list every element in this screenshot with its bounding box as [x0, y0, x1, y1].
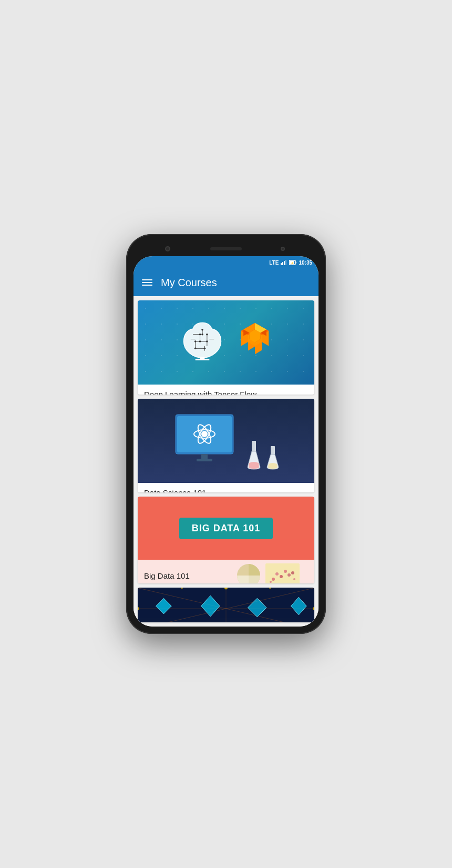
- course-thumbnail-dl: [138, 300, 314, 385]
- hamburger-line-2: [142, 282, 152, 283]
- signal-bars-icon: [281, 260, 287, 265]
- pie-chart-icon: [235, 562, 262, 583]
- time-display: 10:35: [299, 260, 312, 266]
- course-list: Deep Learning with Tensor Flow NEW COURS…: [133, 296, 319, 627]
- svg-rect-3: [285, 260, 286, 265]
- svg-point-25: [204, 348, 206, 350]
- monitor-icon: [173, 412, 241, 470]
- course-card-data-science[interactable]: Data Science 101 NEW COURSE CONTENT: [138, 399, 314, 493]
- page-title: My Courses: [161, 277, 217, 289]
- svg-point-56: [270, 581, 272, 583]
- bigdata-banner: BIG DATA 101: [179, 518, 273, 539]
- svg-point-50: [272, 578, 275, 581]
- svg-rect-2: [284, 261, 285, 265]
- svg-point-23: [194, 340, 197, 342]
- front-camera: [281, 247, 285, 251]
- hamburger-line-3: [142, 285, 152, 286]
- svg-point-26: [201, 334, 203, 336]
- svg-point-57: [293, 578, 295, 580]
- crystal-svg: [138, 588, 314, 622]
- svg-rect-0: [281, 263, 282, 265]
- svg-point-19: [199, 334, 201, 336]
- phone-screen: LTE ⚡ 10:35 My Courses: [133, 256, 319, 627]
- speaker-grille: [210, 247, 242, 250]
- phone-frame: LTE ⚡ 10:35 My Courses: [126, 234, 326, 634]
- svg-point-53: [284, 570, 287, 573]
- svg-point-20: [206, 334, 208, 336]
- tensorflow-icon: [237, 320, 273, 365]
- svg-rect-5: [296, 262, 297, 264]
- svg-text:⚡: ⚡: [291, 261, 294, 265]
- flask-icon-2: [266, 446, 279, 470]
- svg-rect-1: [282, 262, 283, 265]
- brain-icon: [179, 320, 226, 365]
- bigdata-chart-area: Big Data 101: [138, 560, 314, 583]
- status-bar: LTE ⚡ 10:35: [133, 256, 319, 269]
- bigdata-banner-text: BIG DATA 101: [192, 523, 261, 533]
- svg-point-40: [201, 431, 208, 437]
- monitor-container: [173, 412, 279, 470]
- course-thumbnail-ds: [138, 399, 314, 483]
- course-card-big-data[interactable]: BIG DATA 101 Big Data 101: [138, 497, 314, 583]
- svg-rect-46: [252, 441, 256, 451]
- course-title-dl: Deep Learning with Tensor Flow: [144, 390, 308, 395]
- flask-icon-1: [246, 441, 261, 470]
- course-thumbnail-bd: BIG DATA 101: [138, 497, 314, 560]
- svg-rect-45: [197, 459, 212, 461]
- crystal-pattern: [138, 588, 314, 622]
- scatter-chart-icon: [265, 563, 300, 583]
- svg-point-54: [287, 573, 291, 577]
- course-info-ds: Data Science 101: [138, 483, 314, 493]
- camera-dot: [165, 246, 170, 251]
- course-thumbnail-quantum: [138, 588, 314, 622]
- svg-point-22: [206, 340, 208, 342]
- course-card-deep-learning[interactable]: Deep Learning with Tensor Flow NEW COURS…: [138, 300, 314, 395]
- svg-point-24: [194, 348, 197, 350]
- svg-point-21: [199, 340, 201, 342]
- course-title-ds: Data Science 101: [144, 488, 308, 493]
- battery-icon: ⚡: [289, 260, 296, 265]
- app-bar: My Courses: [133, 269, 319, 296]
- hamburger-line-1: [142, 279, 152, 280]
- course-title-bd: Big Data 101: [144, 571, 190, 580]
- svg-point-55: [291, 571, 294, 574]
- svg-rect-49: [265, 563, 300, 583]
- svg-point-52: [280, 575, 283, 578]
- course-info-dl: Deep Learning with Tensor Flow: [138, 385, 314, 395]
- svg-point-27: [201, 329, 203, 331]
- hamburger-menu-button[interactable]: [142, 279, 152, 286]
- svg-rect-47: [271, 446, 275, 455]
- svg-point-51: [275, 572, 279, 576]
- svg-rect-44: [201, 454, 208, 459]
- phone-notch: [133, 241, 319, 256]
- course-card-quantum[interactable]: [138, 588, 314, 622]
- signal-lte: LTE: [269, 260, 279, 266]
